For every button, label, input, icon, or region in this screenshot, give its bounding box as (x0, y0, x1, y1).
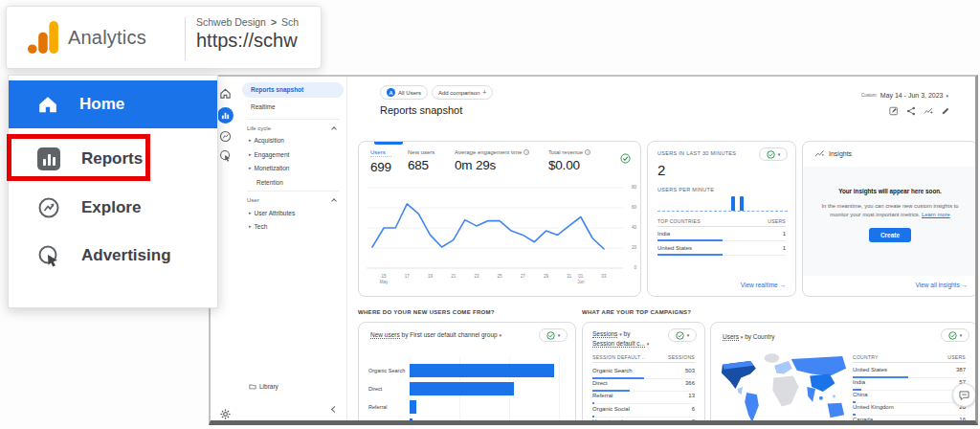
collapse-chevron-icon[interactable] (331, 126, 337, 132)
insights-spark-icon (814, 149, 825, 158)
country-users: 387 (956, 367, 966, 373)
campaign-row[interactable]: Unassigned2 (592, 418, 695, 425)
reports-icon-active[interactable] (217, 107, 234, 124)
nav-item-engagement[interactable]: ▸Engagement (249, 151, 289, 158)
menu-label: Home (79, 95, 124, 114)
help-icon[interactable]: ? (585, 149, 590, 155)
data-quality-check-icon[interactable] (620, 153, 631, 164)
country-row[interactable]: United Kingdom20 (853, 403, 966, 416)
advertising-icon[interactable] (219, 149, 232, 162)
menu-item-home[interactable]: Home (9, 80, 217, 128)
expand-arrow-icon[interactable]: ▸ (249, 223, 252, 229)
country-selector[interactable]: Users ▾ by Country (723, 332, 775, 342)
data-quality-dropdown[interactable]: ▾ (539, 328, 568, 342)
metric-value: 699 (370, 160, 391, 174)
data-quality-dropdown[interactable]: ▾ (759, 147, 788, 161)
country-row[interactable]: Canada16 (853, 416, 966, 425)
settings-gear-icon[interactable] (219, 408, 232, 420)
insights-icon[interactable] (924, 106, 933, 116)
metric-new-users[interactable]: New users 685 (408, 149, 434, 172)
explore-icon[interactable] (219, 130, 232, 143)
nav-section-user[interactable]: User (247, 197, 340, 203)
campaign-row[interactable]: Direct366 (592, 379, 695, 392)
expand-arrow-icon[interactable]: ▸ (249, 137, 252, 143)
divider (185, 17, 186, 60)
nav-label: Retention (256, 179, 283, 186)
nav-item-monetization[interactable]: ▸Monetization (249, 165, 289, 171)
expand-arrow-icon[interactable]: ▸ (249, 210, 252, 215)
metric-selector[interactable]: Sessions (592, 330, 617, 338)
nav-item-realtime[interactable]: Realtime (251, 103, 276, 110)
nav-item-acquisition[interactable]: ▸Acquisition (249, 137, 284, 144)
channel-bar[interactable] (410, 382, 514, 395)
country-row[interactable]: China23 (853, 391, 966, 403)
channel-bar-row: Organic Social (359, 416, 575, 425)
nav-section-life-cycle[interactable]: Life cycle (247, 125, 340, 131)
nav-item-retention[interactable]: Retention (256, 179, 283, 186)
campaign-row[interactable]: Referral13 (592, 392, 695, 404)
channel-chart-title[interactable]: New users by First user default channel … (370, 331, 501, 338)
chevron-down-icon: ▾ (647, 341, 650, 347)
channel-bar[interactable] (410, 364, 554, 377)
chevron-down-icon: ▾ (619, 331, 622, 337)
users-line-chart-ylabels: 806040200 (625, 184, 638, 272)
view-realtime-link[interactable]: View realtime → (741, 282, 786, 288)
chevron-down-icon: ▾ (960, 332, 963, 338)
campaign-row[interactable]: Organic Social6 (592, 405, 695, 418)
data-quality-dropdown[interactable]: ▾ (941, 328, 969, 342)
country-row[interactable]: United States387 (853, 366, 966, 378)
nav-item-reports-snapshot[interactable]: Reports snapshot (242, 82, 344, 98)
campaign-name: Direct (592, 380, 608, 386)
metric-selector[interactable]: New users (370, 331, 400, 339)
x-axis-tick: 27 (516, 274, 529, 280)
collapse-chevron-icon[interactable] (331, 198, 337, 204)
chevron-down-icon: ▾ (741, 334, 744, 340)
account-breadcrumb[interactable]: Schweb Design > Sch (196, 16, 299, 28)
collapse-panel-icon[interactable] (331, 406, 338, 413)
date-range-picker[interactable]: Custom: May 14 - Jun 3, 2023 ▾ (861, 92, 948, 99)
metric-avg-engagement-time[interactable]: Average engagement time? 0m 29s (455, 149, 529, 172)
metric-selector[interactable]: Users (723, 333, 739, 341)
page-title: Reports snapshot (380, 104, 462, 116)
menu-item-explore[interactable]: Explore (9, 186, 217, 230)
create-insight-button[interactable]: Create (869, 228, 911, 242)
check-circle-icon (676, 331, 684, 340)
insights-body: Your insights will appear here soon. In … (803, 167, 977, 276)
learn-more-link[interactable]: Learn more (922, 212, 950, 217)
expand-arrow-icon[interactable]: ▸ (249, 165, 252, 170)
campaign-name: Organic Social (592, 406, 630, 412)
nav-item-library[interactable]: Library (249, 383, 278, 390)
campaign-row[interactable]: Organic Search503 (592, 367, 695, 379)
country-row[interactable]: India57 (853, 378, 966, 391)
realtime-country-row[interactable]: India 1 (657, 229, 786, 241)
realtime-country-row[interactable]: United States 1 (657, 243, 786, 256)
nav-item-user-attributes[interactable]: ▸User Attributes (249, 210, 295, 216)
audience-chip-all-users[interactable]: A All Users (380, 85, 428, 100)
minute-bar (740, 196, 744, 211)
check-circle-icon (767, 150, 775, 159)
divider (247, 191, 340, 192)
customize-report-icon[interactable] (889, 106, 899, 116)
metric-users[interactable]: Users 699 (370, 149, 391, 174)
share-icon[interactable] (906, 106, 916, 116)
link-label: View all insights (916, 282, 960, 288)
add-comparison-chip[interactable]: Add comparison + (432, 85, 493, 100)
help-icon[interactable]: ? (523, 149, 529, 155)
country-name: United Kingdom (853, 404, 894, 410)
feedback-button[interactable] (952, 383, 976, 407)
channel-bar[interactable] (410, 418, 412, 426)
view-all-insights-link[interactable]: View all insights → (916, 282, 968, 288)
edit-pencil-icon[interactable] (941, 106, 950, 116)
expand-arrow-icon[interactable]: ▸ (249, 151, 252, 157)
channel-bar[interactable] (410, 400, 416, 414)
nav-item-tech[interactable]: ▸Tech (249, 223, 267, 230)
home-icon[interactable] (219, 87, 232, 100)
metric-total-revenue[interactable]: Total revenue? $0.00 (548, 149, 590, 172)
world-map (719, 350, 849, 425)
dimension-selector[interactable]: Session default c... (592, 340, 645, 348)
data-quality-dropdown[interactable]: ▾ (668, 328, 697, 342)
plus-icon: + (482, 89, 486, 96)
menu-item-advertising[interactable]: Advertising (9, 234, 217, 278)
property-url[interactable]: https://schw (196, 30, 298, 52)
campaigns-selector[interactable]: Sessions ▾ by Session default c... ▾ (592, 329, 649, 349)
